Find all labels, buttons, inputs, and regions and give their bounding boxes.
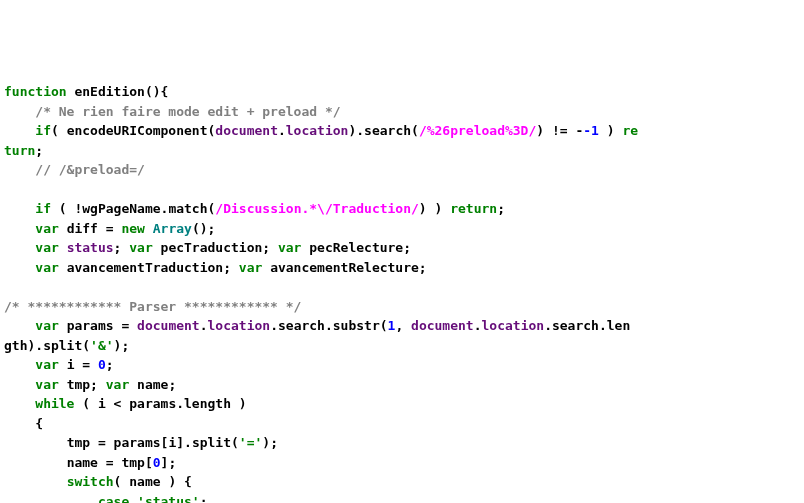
tok-document_obj: document bbox=[137, 318, 200, 333]
tok-wgPageName: wgPageName bbox=[82, 201, 160, 216]
punc: = bbox=[98, 221, 121, 236]
punc: . bbox=[200, 318, 208, 333]
tok-var_kw: var bbox=[35, 221, 58, 236]
tok-var_kw: var bbox=[35, 318, 58, 333]
tok-document_obj: document bbox=[411, 318, 474, 333]
punc: = bbox=[98, 455, 121, 470]
tok-if_kw: if bbox=[35, 201, 51, 216]
tok-cmt2: // /&preload=/ bbox=[35, 162, 145, 177]
tok-str_amp: '&' bbox=[90, 338, 113, 353]
punc: ( bbox=[231, 435, 239, 450]
tok-while_kw: while bbox=[35, 396, 74, 411]
tok-params_v: params bbox=[67, 318, 114, 333]
punc: ); bbox=[114, 338, 130, 353]
punc: ( bbox=[114, 474, 130, 489]
tok-status_v: status bbox=[67, 240, 114, 255]
punc: ) bbox=[536, 123, 552, 138]
punc: , bbox=[395, 318, 411, 333]
punc: ). bbox=[27, 338, 43, 353]
tok-re_lead: re bbox=[622, 123, 638, 138]
tok-split_m: split bbox=[192, 435, 231, 450]
punc: ( ! bbox=[51, 201, 82, 216]
punc: ); bbox=[262, 435, 278, 450]
punc: . bbox=[270, 318, 278, 333]
tok-zero: 0 bbox=[153, 455, 161, 470]
tok-new_kw: new bbox=[121, 221, 144, 236]
tok-name_v: name bbox=[67, 455, 98, 470]
tok-params_v: params bbox=[114, 435, 161, 450]
tok-tmp_v: tmp bbox=[121, 455, 144, 470]
punc: . bbox=[278, 123, 286, 138]
tok-case_kw: case bbox=[98, 494, 129, 504]
tok-cmt_parser: /* ************ Parser ************ */ bbox=[4, 299, 301, 314]
tok-fn_name: enEdition bbox=[74, 84, 144, 99]
punc: ). bbox=[348, 123, 364, 138]
tok-encode_fn: encodeURIComponent bbox=[67, 123, 208, 138]
punc: ; bbox=[403, 240, 411, 255]
punc: . bbox=[599, 318, 607, 333]
tok-pecTraduction_v: pecTraduction bbox=[161, 240, 263, 255]
tok-regex_preload: /%26preload%3D/ bbox=[419, 123, 536, 138]
punc: = bbox=[114, 318, 137, 333]
tok-len_lead: len bbox=[607, 318, 630, 333]
punc: ) { bbox=[161, 474, 192, 489]
tok-pecRelecture_v: pecRelecture bbox=[309, 240, 403, 255]
tok-neg1: -1 bbox=[583, 123, 599, 138]
tok-var_kw: var bbox=[278, 240, 301, 255]
code-block: function enEdition(){ /* Ne rien faire m… bbox=[4, 82, 804, 503]
punc: ; bbox=[223, 260, 239, 275]
tok-neq: != bbox=[552, 123, 568, 138]
punc: ; bbox=[106, 357, 114, 372]
tok-i_v: i bbox=[98, 396, 106, 411]
tok-cmt1: /* Ne rien faire mode edit + preload */ bbox=[35, 104, 340, 119]
punc: (){ bbox=[145, 84, 168, 99]
tok-if_kw: if bbox=[35, 123, 51, 138]
punc: ( bbox=[411, 123, 419, 138]
punc: ; bbox=[497, 201, 505, 216]
punc: ) ) bbox=[419, 201, 450, 216]
tok-diff_v: diff bbox=[67, 221, 98, 236]
tok-avancementRelecture_v: avancementRelecture bbox=[270, 260, 419, 275]
tok-params_v: params bbox=[129, 396, 176, 411]
tok-tmp_v: tmp bbox=[67, 435, 90, 450]
tok-tmp_v: tmp bbox=[67, 377, 90, 392]
tok-name_v: name bbox=[129, 474, 160, 489]
punc: = bbox=[74, 357, 97, 372]
tok-Array_t: Array bbox=[153, 221, 192, 236]
punc: ]. bbox=[176, 435, 192, 450]
tok-var_kw: var bbox=[106, 377, 129, 392]
punc: . bbox=[544, 318, 552, 333]
punc: ; bbox=[168, 377, 176, 392]
tok-location_obj: location bbox=[208, 318, 271, 333]
punc: = bbox=[90, 435, 113, 450]
tok-avancementTraduction_v: avancementTraduction bbox=[67, 260, 224, 275]
tok-substr_m: substr bbox=[333, 318, 380, 333]
tok-str_status: 'status' bbox=[137, 494, 200, 504]
punc: . bbox=[474, 318, 482, 333]
punc: . bbox=[176, 396, 184, 411]
tok-fn_kw: function bbox=[4, 84, 67, 99]
punc: ; bbox=[262, 240, 278, 255]
punc: ( bbox=[74, 396, 97, 411]
tok-split_m: split bbox=[43, 338, 82, 353]
punc: ; bbox=[90, 377, 106, 392]
punc: < bbox=[106, 396, 129, 411]
tok-length_p: length bbox=[184, 396, 231, 411]
tok-regex_disc: /Discussion.*\/Traduction/ bbox=[215, 201, 419, 216]
tok-turn_cont: turn bbox=[4, 143, 35, 158]
punc: ; bbox=[419, 260, 427, 275]
punc: . bbox=[325, 318, 333, 333]
tok-location_obj: location bbox=[482, 318, 545, 333]
tok-search_m: search bbox=[364, 123, 411, 138]
tok-return_kw: return bbox=[450, 201, 497, 216]
tok-search_m: search bbox=[278, 318, 325, 333]
punc: ) bbox=[599, 123, 622, 138]
tok-var_kw: var bbox=[129, 240, 152, 255]
tok-var_kw: var bbox=[35, 240, 58, 255]
tok-var_kw: var bbox=[239, 260, 262, 275]
punc: (); bbox=[192, 221, 215, 236]
tok-match_m: match bbox=[168, 201, 207, 216]
tok-switch_kw: switch bbox=[67, 474, 114, 489]
tok-var_kw: var bbox=[35, 377, 58, 392]
tok-gth_cont: gth bbox=[4, 338, 27, 353]
